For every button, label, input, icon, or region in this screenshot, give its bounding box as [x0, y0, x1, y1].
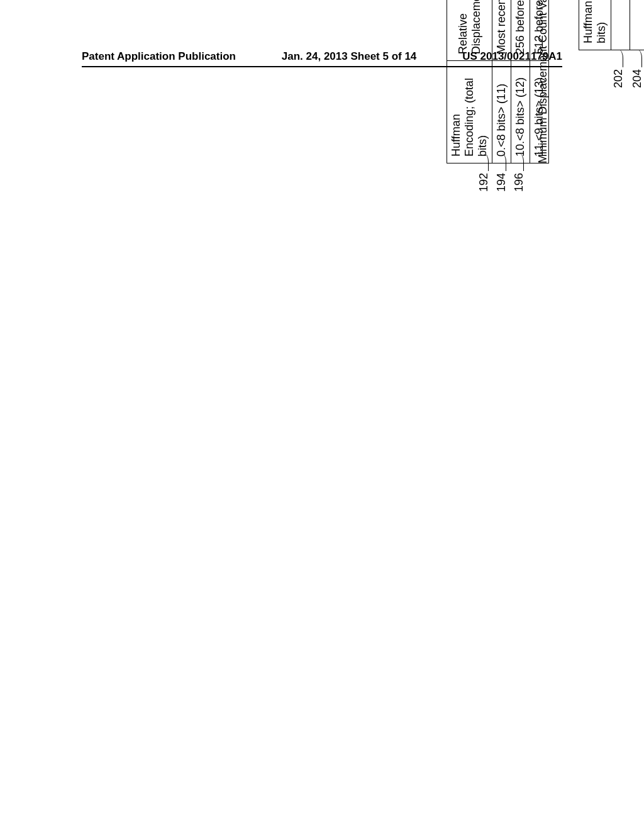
fig9-table-container: Huffman Encoding; (total bits) Relative … [447, 0, 549, 163]
fig10-table-container: Huffman Encoding; (total bits) Match Cou… [579, 0, 644, 50]
fig9-caption: Minimum Displacement Count Variable Leng… [536, 0, 550, 163]
leader-line-icon [480, 153, 489, 171]
leader-line-icon [497, 153, 506, 171]
leader-line-icon [614, 50, 623, 67]
fig9-header-2: Relative Displacement Count [447, 0, 492, 61]
fig9-row-ref-192: 192 [477, 152, 491, 192]
fig9-row-ref-196: 196 [513, 152, 526, 192]
table-row: 0.<1 bit> (2)2B to 3B [611, 0, 630, 50]
leader-line-icon [633, 50, 642, 67]
fig10-header-1: Huffman Encoding; (total bits) [579, 0, 611, 50]
fig10-row-ref-204: 204 [631, 48, 644, 88]
fig9-header-1: Huffman Encoding; (total bits) [447, 61, 492, 163]
fig10-row-ref-202: 202 [612, 48, 625, 88]
fig10-table: Huffman Encoding; (total bits) Match Cou… [579, 0, 644, 50]
table-row: 0.<8 bits> (11) Most recent 256 0 255 [492, 0, 511, 163]
table-header-row: Huffman Encoding; (total bits) Relative … [447, 0, 492, 163]
fig9-table: Huffman Encoding; (total bits) Relative … [447, 0, 549, 163]
header-left: Patent Application Publication [82, 50, 236, 63]
header-center: Jan. 24, 2013 Sheet 5 of 14 [282, 50, 417, 63]
table-row: 10.<1 bit> (3)4B to 5B [630, 0, 645, 50]
table-row: 10.<8 bits> (12) 256 before that 256 511 [511, 0, 530, 163]
table-header-row: Huffman Encoding; (total bits) Match Cou… [579, 0, 611, 50]
fig9-row-ref-194: 194 [495, 152, 508, 192]
leader-line-icon [515, 153, 524, 171]
